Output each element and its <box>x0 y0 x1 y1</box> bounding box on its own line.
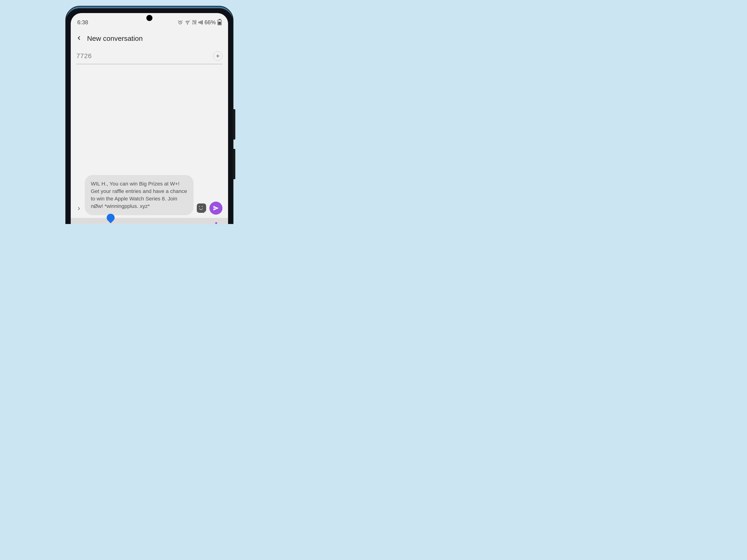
emoji-sticker-button[interactable] <box>197 204 206 213</box>
emoji-icon[interactable] <box>83 223 93 224</box>
text-cursor-handle[interactable] <box>107 214 114 223</box>
add-recipient-button[interactable] <box>213 51 223 61</box>
volte-icon: Vo)) LTE <box>192 20 197 25</box>
svg-text:+: + <box>189 20 190 22</box>
recipient-input[interactable]: 7726 <box>76 52 92 60</box>
battery-percent: 66% <box>205 19 216 26</box>
camera-cutout <box>146 15 152 21</box>
svg-point-1 <box>187 24 188 24</box>
status-time: 6:38 <box>77 19 88 26</box>
side-button-power[interactable] <box>233 149 235 179</box>
send-button[interactable] <box>209 202 223 215</box>
signal-icon <box>199 20 203 25</box>
wifi-icon: + <box>185 20 190 25</box>
battery-icon <box>217 20 222 25</box>
voice-icon[interactable] <box>157 223 167 224</box>
expand-button[interactable] <box>76 205 81 215</box>
alarm-icon <box>178 20 183 25</box>
settings-icon[interactable] <box>182 223 191 224</box>
sticker-icon[interactable] <box>108 223 117 224</box>
side-button-volume[interactable] <box>233 109 235 139</box>
message-input[interactable]: WIL H., You can win Big Prizes at W+! Ge… <box>85 175 194 215</box>
page-title: New conversation <box>87 34 143 43</box>
compose-area: WIL H., You can win Big Prizes at W+! Ge… <box>71 175 228 216</box>
keyboard-toolbar: GIF ••• <box>71 218 228 224</box>
more-icon[interactable]: ••• <box>206 223 216 224</box>
back-button[interactable] <box>76 35 82 42</box>
